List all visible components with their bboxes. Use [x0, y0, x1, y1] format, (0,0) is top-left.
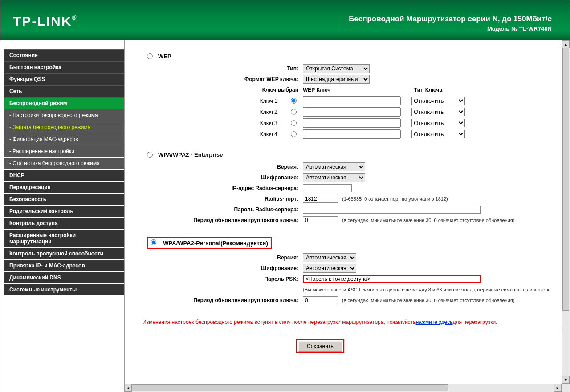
sidebar-item[interactable]: Родительский контроль	[4, 206, 124, 217]
h-scroll-thumb[interactable]	[132, 384, 448, 391]
wep-format-select[interactable]: Шестнадцатеричный	[303, 75, 370, 84]
wep-key-label: Ключ 2:	[178, 109, 283, 115]
wep-keytype-select[interactable]: Отключить	[411, 97, 465, 105]
ent-groupkey-input[interactable]	[303, 216, 338, 224]
pers-psk-input[interactable]	[303, 275, 481, 283]
ent-radius-ip-input[interactable]	[303, 184, 352, 192]
wep-keytype-select[interactable]: Отключить	[411, 130, 465, 138]
scroll-down-icon[interactable]: ▼	[562, 376, 570, 384]
personal-radio[interactable]	[151, 239, 156, 245]
sidebar-item[interactable]: - Защита беспроводного режима	[4, 121, 124, 133]
sidebar-item[interactable]: Контроль доступа	[4, 218, 124, 229]
wep-key-input[interactable]	[303, 96, 401, 105]
wep-format-label: Формат WEP ключа:	[178, 76, 303, 82]
ent-encryption-select[interactable]: Автоматическая	[303, 173, 365, 182]
sidebar-item[interactable]: Системные инструменты	[4, 284, 124, 295]
reboot-notice: Изменения настроек беспроводного режима …	[142, 319, 570, 325]
ent-encryption-label: Шифрование:	[178, 174, 303, 181]
sidebar-item[interactable]: Сеть	[4, 85, 124, 97]
wep-key-label: Ключ 1:	[178, 98, 283, 104]
sidebar-item[interactable]: Расширенные настройки маршрутизации	[4, 230, 124, 247]
pers-psk-label: Пароль PSK:	[178, 276, 303, 282]
enterprise-section-label: WPA/WPA2 - Enterprise	[158, 151, 223, 158]
scroll-corner	[562, 384, 570, 392]
ent-radius-pass-input[interactable]	[303, 206, 481, 214]
content-area: WEP Тип: Открытая Система Формат WEP клю…	[124, 40, 570, 392]
pers-encryption-label: Шифрование:	[178, 265, 303, 271]
wep-key-input[interactable]	[303, 107, 401, 117]
ent-radius-port-hint: (1-65535, 0 означает порт по умолчанию 1…	[342, 196, 448, 202]
wep-key-radio[interactable]	[291, 109, 297, 115]
header-text: Беспроводной Маршрутизатор серии N, до 1…	[349, 15, 552, 32]
model-number: Модель № TL-WR740N	[349, 25, 552, 32]
pers-version-label: Версия:	[178, 255, 303, 261]
personal-section-label: WPA/WPA2-Personal(Рекомендуется)	[163, 240, 268, 247]
wep-keytype-select[interactable]: Отключить	[411, 108, 465, 116]
sidebar-item[interactable]: DHCP	[4, 170, 124, 181]
sidebar-item[interactable]: Безопасность	[4, 194, 124, 205]
wep-key-header: WEP Ключ	[303, 87, 414, 93]
sidebar-item[interactable]: Состояние	[4, 49, 124, 61]
pers-encryption-select[interactable]: Автоматическая	[303, 264, 356, 273]
sidebar-nav: СостояниеБыстрая настройкаФункция QSSСет…	[0, 40, 124, 392]
ent-groupkey-hint: (в секундах, минимальное значение 30, 0 …	[342, 218, 514, 223]
sidebar-item[interactable]: Быстрая настройка	[4, 61, 124, 73]
sidebar-item[interactable]: Контроль пропускной способности	[4, 248, 124, 259]
scroll-right-icon[interactable]: ►	[554, 384, 562, 392]
wep-type-label: Тип:	[178, 65, 303, 72]
wep-radio[interactable]	[147, 53, 153, 59]
sidebar-item[interactable]: - Статистика беспроводного режима	[4, 158, 124, 169]
wep-keytype-header: Тип Ключа	[414, 87, 442, 93]
ent-radius-port-input[interactable]	[303, 195, 338, 203]
wep-key-radio[interactable]	[291, 98, 297, 104]
wep-type-select[interactable]: Открытая Система	[303, 64, 370, 73]
pers-version-select[interactable]: Автоматическая	[303, 253, 356, 262]
ent-version-select[interactable]: Автоматическая	[303, 162, 365, 171]
pers-groupkey-hint: (в секундах, минимальное значение 30, 0 …	[342, 298, 514, 303]
sidebar-item[interactable]: - Фильтрация MAC-адресов	[4, 133, 124, 145]
wep-keytype-select[interactable]: Отключить	[411, 119, 465, 127]
personal-highlight-box: WPA/WPA2-Personal(Рекомендуется)	[147, 237, 272, 249]
wep-key-radio[interactable]	[291, 131, 297, 137]
vertical-scrollbar[interactable]: ▲ ▼	[562, 40, 570, 384]
ent-radius-pass-label: Пароль Radius-сервера:	[178, 206, 303, 213]
enterprise-radio[interactable]	[147, 152, 153, 158]
sidebar-item[interactable]: Динамический DNS	[4, 272, 124, 283]
ent-radius-port-label: Radius-порт:	[178, 196, 303, 202]
sidebar-item[interactable]: Переадресация	[4, 182, 124, 193]
scroll-up-icon[interactable]: ▲	[562, 40, 570, 48]
separator	[142, 330, 570, 330]
ent-version-label: Версия:	[178, 164, 303, 170]
wep-key-label: Ключ 4:	[178, 131, 283, 137]
ent-groupkey-label: Период обновления группового ключа:	[178, 217, 303, 223]
sidebar-item[interactable]: Привязка IP- и MAC-адресов	[4, 260, 124, 271]
pers-psk-hint: (Вы можете ввести ASCII символы в диапаз…	[303, 287, 551, 292]
product-title: Беспроводной Маршрутизатор серии N, до 1…	[349, 15, 552, 24]
wep-selected-header: Ключ выбран	[178, 87, 303, 93]
v-scroll-thumb[interactable]	[562, 48, 569, 311]
reboot-link[interactable]: нажмите здесь	[416, 319, 453, 325]
wep-key-radio[interactable]	[291, 120, 297, 126]
sidebar-item[interactable]: - Расширенные настройки	[4, 145, 124, 157]
horizontal-scrollbar[interactable]: ◄ ►	[124, 384, 562, 392]
brand-logo: TP-LINK®	[13, 14, 77, 29]
sidebar-item[interactable]: Беспроводной режим	[4, 97, 124, 109]
wep-section-label: WEP	[158, 53, 171, 60]
sidebar-item[interactable]: - Настройки беспроводного режима	[4, 109, 124, 121]
scroll-left-icon[interactable]: ◄	[124, 384, 132, 392]
wep-key-input[interactable]	[303, 129, 401, 139]
header: TP-LINK® Беспроводной Маршрутизатор сери…	[0, 0, 570, 40]
ent-radius-ip-label: IP-адрес Radius-сервера:	[178, 185, 303, 191]
wep-key-label: Ключ 3:	[178, 120, 283, 126]
wep-key-input[interactable]	[303, 118, 401, 128]
save-highlight-box: Сохранить	[296, 339, 344, 353]
save-button[interactable]: Сохранить	[298, 341, 342, 352]
pers-groupkey-label: Период обновления группового ключа:	[178, 297, 303, 303]
sidebar-item[interactable]: Функция QSS	[4, 73, 124, 85]
pers-groupkey-input[interactable]	[303, 296, 338, 304]
